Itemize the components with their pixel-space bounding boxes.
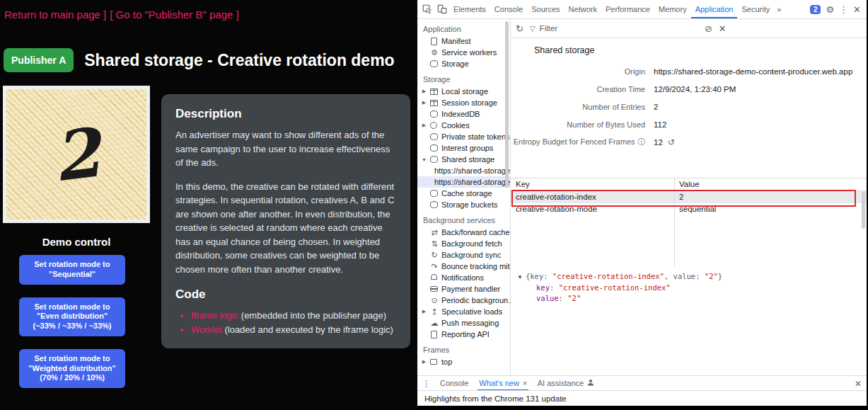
property-colon: : <box>550 283 559 292</box>
metadata-value: 12/9/2024, 1:23:40 PM <box>654 85 736 93</box>
sidebar-item-interest-groups[interactable]: Interest groups <box>417 142 510 154</box>
sidebar-item-private-state-tokens[interactable]: Private state tokens <box>417 131 510 142</box>
sidebar-item-storage-buckets[interactable]: Storage buckets <box>417 199 510 210</box>
sidebar-item-session-storage[interactable]: ▶Session storage <box>417 97 510 108</box>
info-icon[interactable]: ⓘ <box>638 137 646 146</box>
tab-security[interactable]: Security <box>737 0 774 18</box>
tab-console[interactable]: Console <box>490 0 527 18</box>
close-tab-icon[interactable]: × <box>523 376 527 391</box>
rotation-mode-button[interactable]: Set rotation mode to "Sequential" <box>19 255 125 285</box>
filter-input[interactable]: ▽ Filter <box>530 24 698 33</box>
sidebar-item-manifest[interactable]: Manifest <box>417 35 510 47</box>
sidebar-section-frames: Frames <box>417 340 510 356</box>
sidebar-item-speculative-loads[interactable]: ▶↥Speculative loads <box>417 306 510 317</box>
property-colon: : <box>559 294 568 302</box>
whats-new-content: Highlights from the Chrome 131 update <box>417 390 867 406</box>
nav-link[interactable]: [ Go to "Publisher B" page ] <box>110 8 238 21</box>
expand-arrow-icon[interactable]: ▶ <box>421 89 427 94</box>
sidebar-item-reporting-api[interactable]: Reporting API <box>417 329 510 340</box>
expand-arrow-icon[interactable]: ▶ <box>421 100 427 106</box>
sidebar-item-shared-storage-origin[interactable]: https://shared-storage… <box>417 176 510 188</box>
expand-arrow-icon[interactable]: ▶ <box>421 123 427 128</box>
nav-link[interactable]: Return to main page ] <box>4 8 106 21</box>
device-toolbar-icon[interactable] <box>434 1 449 17</box>
database-icon <box>430 190 438 197</box>
column-divider[interactable] <box>674 178 675 267</box>
frame-icon <box>430 359 437 365</box>
column-header-value[interactable]: Value <box>674 178 700 190</box>
sidebar-item-label: Background sync <box>441 251 510 259</box>
bounce-icon: ↷ <box>430 262 439 271</box>
sidebar-item-label: Back/forward cache <box>441 228 510 237</box>
storage-entry-row[interactable]: creative-rotation-modesequential <box>511 203 867 215</box>
sidebar-item-shared-storage[interactable]: ▼Shared storage <box>417 154 510 165</box>
sidebar-item-back-forward-cache[interactable]: ⇄Back/forward cache <box>417 227 510 238</box>
code-link-note: (loaded and executed by the iframe logic… <box>222 324 393 335</box>
close-devtools-icon[interactable]: ✕ <box>853 5 861 14</box>
expand-arrow-icon[interactable]: ▶ <box>421 309 427 314</box>
storage-items-table: KeyValue creative-rotation-index2creativ… <box>511 178 867 268</box>
expand-arrow-icon[interactable]: ▼ <box>421 157 427 162</box>
sidebar-item-storage[interactable]: Storage <box>417 58 510 69</box>
sidebar-item-cache-storage[interactable]: Cache storage <box>417 188 510 199</box>
entry-value-cell: 2 <box>674 191 683 203</box>
entry-key-cell: creative-rotation-index <box>511 191 674 203</box>
sidebar-item-periodic-backgroun[interactable]: ⊙Periodic backgroun… <box>417 295 510 306</box>
filter-funnel-icon: ▽ <box>530 25 536 33</box>
sidebar-item-top[interactable]: ▶top <box>417 356 510 368</box>
code-link[interactable]: Worklet <box>191 324 222 335</box>
tab-application[interactable]: Application <box>691 0 738 18</box>
drawer-tab-ai-assistance[interactable]: AI assistance <box>536 376 596 391</box>
metadata-row: Creation Time12/9/2024, 1:23:40 PM <box>511 80 867 98</box>
inspect-element-icon[interactable] <box>419 1 434 17</box>
sidebar-item-label: Speculative loads <box>441 307 510 316</box>
table-scrollbar[interactable] <box>862 192 865 229</box>
preview-key: value: <box>673 272 705 280</box>
tab-memory[interactable]: Memory <box>654 0 691 18</box>
shared-storage-content: Shared storage Originhttps://shared-stor… <box>511 38 867 375</box>
sidebar-item-label: Interest groups <box>441 144 510 152</box>
drawer-tab-console[interactable]: Console <box>439 376 470 391</box>
drawer-tab-what-s-new[interactable]: What's new× <box>478 376 528 391</box>
sidebar-item-payment-handler[interactable]: Payment handler <box>417 283 510 295</box>
more-options-icon[interactable]: ⋮ <box>839 5 848 14</box>
sidebar-item-push-messaging[interactable]: ☁Push messaging <box>417 317 510 329</box>
sidebar-item-background-sync[interactable]: ↻Background sync <box>417 249 510 261</box>
refresh-icon[interactable]: ↻ <box>516 24 523 33</box>
expand-triangle-icon[interactable]: ▼ <box>517 274 523 280</box>
settings-gear-icon[interactable]: ⚙ <box>826 5 834 14</box>
sidebar-item-shared-storage-origin[interactable]: https://shared-storage… <box>417 165 510 176</box>
tab-elements[interactable]: Elements <box>449 0 490 18</box>
cookie-icon <box>430 122 437 129</box>
reset-budget-icon[interactable]: ↺ <box>668 137 675 147</box>
rotation-mode-button[interactable]: Set rotation mode to "Even distribution"… <box>19 297 125 336</box>
sidebar-item-service-workers[interactable]: ⚙Service workers <box>417 47 510 58</box>
drawer-menu-icon[interactable]: ⋮ <box>422 379 431 389</box>
delete-all-icon[interactable]: ⊘ <box>705 24 712 33</box>
sidebar-item-cookies[interactable]: ▶Cookies <box>417 120 510 131</box>
sidebar-item-indexeddb[interactable]: IndexedDB <box>417 108 510 120</box>
creative-number: 2 <box>49 118 103 190</box>
close-drawer-icon[interactable]: ✕ <box>855 379 862 389</box>
rotation-mode-button[interactable]: Set rotation mode to "Weighted distribut… <box>19 349 125 388</box>
property-name: value <box>536 294 559 302</box>
sidebar-scrollbar[interactable] <box>505 21 509 188</box>
column-header-key[interactable]: Key <box>511 178 674 190</box>
tab-network[interactable]: Network <box>565 0 601 18</box>
sidebar-item-label: Manifest <box>441 37 510 45</box>
devtools-tabs: ElementsConsoleSourcesNetworkPerformance… <box>449 0 774 18</box>
sidebar-item-label: Local storage <box>441 87 510 96</box>
sidebar-item-local-storage[interactable]: ▶Local storage <box>417 86 510 97</box>
storage-entry-row[interactable]: creative-rotation-index2 <box>511 191 867 203</box>
expand-arrow-icon[interactable]: ▶ <box>421 359 427 365</box>
issues-count-badge[interactable]: 2 <box>810 5 821 14</box>
tab-performance[interactable]: Performance <box>601 0 654 18</box>
sidebar-item-label: Storage buckets <box>441 200 510 209</box>
code-link[interactable]: Iframe logic <box>191 310 238 321</box>
sidebar-item-background-fetch[interactable]: ⇅Background fetch <box>417 238 510 249</box>
sidebar-item-bounce-tracking-miti[interactable]: ↷Bounce tracking miti… <box>417 261 510 272</box>
delete-selected-icon[interactable]: ✕ <box>719 24 727 33</box>
tab-sources[interactable]: Sources <box>527 0 564 18</box>
sidebar-item-notifications[interactable]: Notifications <box>417 272 510 283</box>
more-tabs-icon[interactable]: » <box>774 5 784 13</box>
